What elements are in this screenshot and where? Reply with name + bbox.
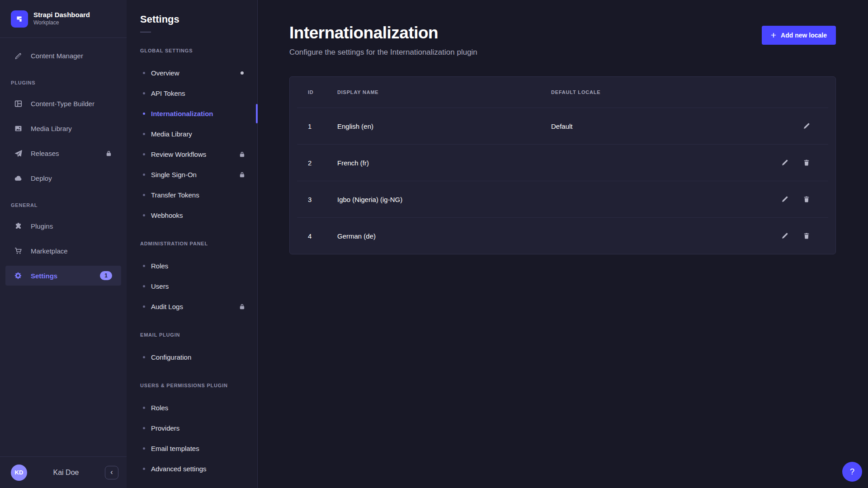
subnav-item-label: Overview	[151, 69, 235, 77]
subnav-item-internationalization[interactable]: Internationalization	[127, 103, 257, 124]
subnav-item-review-workflows[interactable]: Review Workflows	[127, 144, 257, 164]
locale-id: 4	[308, 232, 337, 240]
sidebar-item-label: Content-Type Builder	[31, 100, 116, 108]
sidebar-item-releases[interactable]: Releases	[0, 141, 127, 166]
delete-locale-button[interactable]	[801, 194, 812, 205]
locale-default-badge: Default	[551, 122, 750, 130]
nav-section-plugins: PLUGINS	[0, 78, 127, 87]
table-row[interactable]: 3 Igbo (Nigeria) (ig-NG)	[290, 181, 835, 217]
table-row[interactable]: 1 English (en) Default	[290, 108, 835, 144]
trash-icon	[803, 196, 810, 203]
bullet-icon	[143, 133, 145, 135]
subnav-item-api-tokens[interactable]: API Tokens	[127, 83, 257, 103]
subnav-item-admin-roles[interactable]: Roles	[127, 256, 257, 276]
bullet-icon	[143, 265, 145, 267]
subnav-title: Settings	[127, 14, 257, 25]
settings-subnav: Settings GLOBAL SETTINGS Overview API To…	[127, 0, 258, 488]
page-title: Internationalization	[289, 23, 477, 42]
help-button[interactable]: ?	[842, 462, 862, 482]
sidebar-item-content-manager[interactable]: Content Manager	[0, 43, 127, 68]
locale-display-name: French (fr)	[337, 159, 551, 167]
sidebar-item-label: Marketplace	[31, 247, 116, 255]
bullet-icon	[143, 153, 145, 155]
sidebar-item-deploy[interactable]: Deploy	[0, 166, 127, 191]
bullet-icon	[143, 92, 145, 94]
pen-icon	[14, 52, 23, 60]
subnav-item-label: Providers	[151, 424, 245, 432]
sidebar-item-marketplace[interactable]: Marketplace	[0, 239, 127, 263]
locale-id: 1	[308, 122, 337, 130]
collapse-sidebar-button[interactable]: ‹	[105, 466, 118, 479]
delete-locale-button[interactable]	[801, 157, 812, 168]
column-header-id: ID	[308, 89, 337, 95]
subnav-item-providers[interactable]: Providers	[127, 418, 257, 438]
workspace-switcher[interactable]: Strapi Dashboard Workplace	[0, 0, 127, 38]
table-header-row: ID DISPLAY NAME DEFAULT LOCALE	[290, 77, 835, 108]
subnav-item-label: Internationalization	[151, 110, 245, 117]
lock-icon	[239, 171, 245, 178]
settings-notification-badge: 1	[100, 271, 112, 280]
subnav-item-admin-users[interactable]: Users	[127, 276, 257, 296]
edit-locale-button[interactable]	[779, 157, 790, 168]
table-row[interactable]: 2 French (fr)	[290, 145, 835, 181]
sidebar-item-media-library[interactable]: Media Library	[0, 116, 127, 141]
user-avatar[interactable]: KD	[11, 465, 27, 481]
plus-icon: +	[771, 30, 776, 40]
lock-icon	[105, 150, 112, 157]
subnav-item-email-templates[interactable]: Email templates	[127, 438, 257, 459]
bullet-icon	[143, 72, 145, 74]
subnav-item-label: Configuration	[151, 353, 245, 361]
subnav-item-single-sign-on[interactable]: Single Sign-On	[127, 164, 257, 185]
main-content: Internationalization Configure the setti…	[258, 0, 868, 488]
locales-table: ID DISPLAY NAME DEFAULT LOCALE 1 English…	[289, 76, 836, 254]
subnav-item-email-configuration[interactable]: Configuration	[127, 347, 257, 367]
delete-locale-button[interactable]	[801, 230, 812, 241]
workspace-title: Strapi Dashboard	[33, 11, 90, 19]
table-row[interactable]: 4 German (de)	[290, 218, 835, 254]
title-divider	[140, 32, 151, 33]
sidebar-item-label: Deploy	[31, 174, 116, 182]
subnav-item-label: Review Workflows	[151, 150, 233, 158]
sidebar-item-label: Content Manager	[31, 52, 116, 60]
subnav-item-media-library[interactable]: Media Library	[127, 124, 257, 144]
pencil-icon	[781, 196, 788, 203]
workspace-subtitle: Workplace	[33, 19, 90, 27]
bullet-icon	[143, 407, 145, 409]
bullet-icon	[143, 447, 145, 450]
edit-locale-button[interactable]	[779, 230, 790, 241]
bullet-icon	[143, 174, 145, 176]
bullet-icon	[143, 356, 145, 358]
subnav-item-audit-logs[interactable]: Audit Logs	[127, 296, 257, 317]
subnav-item-label: Users	[151, 282, 245, 290]
edit-locale-button[interactable]	[801, 121, 812, 131]
pencil-icon	[781, 232, 788, 239]
subnav-item-up-roles[interactable]: Roles	[127, 398, 257, 418]
locale-display-name: English (en)	[337, 122, 551, 130]
layout-grid-icon	[14, 100, 23, 108]
sidebar-item-label: Media Library	[31, 125, 116, 132]
sidebar-item-plugins[interactable]: Plugins	[0, 214, 127, 239]
subnav-section-users-permissions: USERS & PERMISSIONS PLUGIN	[127, 381, 257, 390]
subnav-item-transfer-tokens[interactable]: Transfer Tokens	[127, 185, 257, 205]
subnav-section-email-plugin: EMAIL PLUGIN	[127, 330, 257, 339]
subnav-item-advanced-settings[interactable]: Advanced settings	[127, 459, 257, 479]
add-new-locale-button[interactable]: + Add new locale	[762, 26, 836, 45]
user-name: Kai Doe	[33, 469, 99, 477]
sidebar-item-content-type-builder[interactable]: Content-Type Builder	[0, 91, 127, 116]
trash-icon	[803, 159, 810, 166]
nav-section-general: GENERAL	[0, 201, 127, 210]
add-new-locale-label: Add new locale	[781, 32, 827, 39]
bullet-icon	[143, 285, 145, 287]
bullet-icon	[143, 427, 145, 429]
pencil-icon	[803, 122, 810, 130]
edit-locale-button[interactable]	[779, 194, 790, 205]
gear-icon	[14, 272, 23, 280]
subnav-item-webhooks[interactable]: Webhooks	[127, 205, 257, 225]
sidebar-item-settings[interactable]: Settings 1	[5, 266, 121, 286]
paper-plane-icon	[14, 150, 23, 157]
subnav-item-label: Transfer Tokens	[151, 191, 245, 199]
cloud-icon	[14, 174, 23, 182]
notification-dot-icon	[241, 71, 244, 75]
lock-icon	[239, 151, 245, 158]
subnav-item-overview[interactable]: Overview	[127, 63, 257, 83]
